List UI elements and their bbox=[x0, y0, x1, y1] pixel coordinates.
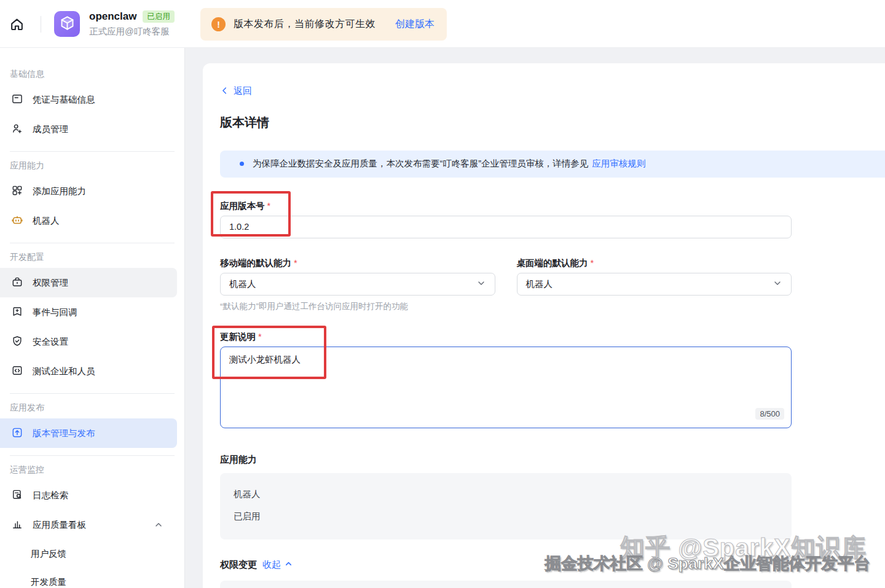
capability-hint: “默认能力”即用户通过工作台访问应用时打开的功能 bbox=[220, 301, 885, 312]
back-label: 返回 bbox=[234, 85, 252, 97]
sidebar-item-security[interactable]: 安全设置 bbox=[0, 327, 177, 356]
version-field-label: 应用版本号 * bbox=[220, 200, 792, 212]
sidebar-item-label: 权限管理 bbox=[33, 277, 68, 289]
grid-add-icon bbox=[11, 184, 23, 198]
chevron-up-icon bbox=[154, 520, 163, 530]
required-asterisk: * bbox=[258, 331, 262, 343]
update-notes-textarea[interactable]: 测试小龙虾机器人 bbox=[220, 347, 792, 428]
desktop-capability-select[interactable]: 机器人 bbox=[517, 273, 792, 296]
notes-field-label: 更新说明 * bbox=[220, 331, 792, 343]
version-detail-card: 返回 版本详情 为保障企业数据安全及应用质量，本次发布需要“叮咚客服”企业管理员… bbox=[203, 63, 885, 588]
review-rules-link[interactable]: 应用审核规则 bbox=[592, 158, 645, 170]
top-header: openclaw 已启用 正式应用@叮咚客服 ! 版本发布后，当前修改方可生效 … bbox=[0, 0, 885, 48]
notes-label-text: 更新说明 bbox=[220, 331, 256, 343]
app-identity: openclaw 已启用 bbox=[89, 10, 175, 23]
sidebar-item-log-search[interactable]: 日志检索 bbox=[0, 480, 177, 510]
capability-name: 机器人 bbox=[234, 488, 778, 500]
mobile-capability-col: 移动端的默认能力 * 机器人 bbox=[220, 257, 495, 296]
header-divider bbox=[41, 16, 41, 33]
id-card-icon bbox=[11, 93, 23, 107]
sidebar-item-label: 机器人 bbox=[33, 215, 60, 227]
capability-card: 机器人 已启用 bbox=[220, 473, 792, 539]
create-version-link[interactable]: 创建版本 bbox=[395, 18, 435, 31]
warning-message: 版本发布后，当前修改方可生效 bbox=[234, 18, 376, 31]
robot-icon bbox=[11, 214, 23, 228]
sidebar-section-dev-config: 开发配置 bbox=[10, 251, 175, 263]
permission-change-row: 权限变更 收起 bbox=[220, 559, 885, 571]
sidebar-section-release: 应用发布 bbox=[10, 401, 175, 414]
sidebar-item-label: 安全设置 bbox=[33, 336, 68, 348]
required-asterisk: * bbox=[294, 257, 297, 269]
review-notice-banner: 为保障企业数据安全及应用质量，本次发布需要“叮咚客服”企业管理员审核，详情参见 … bbox=[220, 151, 885, 178]
sidebar-section-capabilities: 应用能力 bbox=[10, 159, 175, 171]
sidebar: 基础信息 凭证与基础信息 成员管理 应用能力 bbox=[0, 48, 185, 588]
desktop-label-text: 桌面端的默认能力 bbox=[517, 257, 588, 269]
shield-check-icon bbox=[11, 335, 23, 349]
desktop-capability-col: 桌面端的默认能力 * 机器人 bbox=[517, 257, 792, 296]
mobile-capability-value: 机器人 bbox=[229, 278, 256, 290]
version-input[interactable] bbox=[220, 216, 792, 238]
sidebar-item-events-callbacks[interactable]: 事件与回调 bbox=[0, 297, 177, 327]
home-button[interactable] bbox=[8, 17, 25, 34]
chevron-left-icon bbox=[220, 86, 229, 97]
required-asterisk: * bbox=[267, 200, 271, 212]
char-counter: 8/500 bbox=[755, 408, 784, 420]
notes-textarea-wrap: 测试小龙虾机器人 8/500 bbox=[220, 347, 792, 428]
person-add-icon bbox=[11, 122, 23, 136]
sidebar-subitem-dev-quality[interactable]: 开发质量 bbox=[0, 568, 184, 588]
desktop-capability-value: 机器人 bbox=[526, 278, 553, 290]
app-name: openclaw bbox=[89, 10, 136, 23]
sidebar-item-label: 版本管理与发布 bbox=[33, 428, 95, 439]
sidebar-divider bbox=[10, 393, 175, 394]
sidebar-item-test-org[interactable]: 测试企业和人员 bbox=[0, 356, 177, 386]
sidebar-item-bot[interactable]: 机器人 bbox=[0, 206, 177, 235]
page-title: 版本详情 bbox=[220, 114, 885, 131]
permission-card-partial bbox=[220, 581, 792, 588]
home-icon bbox=[9, 17, 25, 34]
sidebar-item-label: 事件与回调 bbox=[33, 307, 77, 318]
sidebar-subitem-user-feedback[interactable]: 用户反馈 bbox=[0, 539, 184, 568]
sidebar-item-label: 成员管理 bbox=[33, 123, 68, 135]
version-label-text: 应用版本号 bbox=[220, 200, 265, 212]
sidebar-divider bbox=[10, 243, 175, 243]
sidebar-item-add-capability[interactable]: 添加应用能力 bbox=[0, 176, 177, 206]
sidebar-item-label: 添加应用能力 bbox=[33, 186, 86, 197]
collapse-label: 收起 bbox=[262, 559, 281, 571]
bag-lock-icon bbox=[11, 276, 23, 290]
sidebar-item-label: 用户反馈 bbox=[31, 548, 66, 560]
sidebar-item-quality-dashboard[interactable]: 应用质量看板 bbox=[0, 510, 177, 539]
notice-text: 为保障企业数据安全及应用质量，本次发布需要“叮咚客服”企业管理员审核，详情参见 bbox=[253, 158, 588, 170]
sidebar-item-version-management[interactable]: 版本管理与发布 bbox=[0, 418, 177, 448]
sidebar-item-label: 凭证与基础信息 bbox=[33, 94, 95, 106]
warning-icon: ! bbox=[211, 17, 226, 31]
chevron-down-icon bbox=[476, 278, 486, 290]
status-badge: 已启用 bbox=[143, 10, 175, 23]
sidebar-divider bbox=[10, 151, 175, 152]
mobile-label-text: 移动端的默认能力 bbox=[220, 257, 291, 269]
required-asterisk: * bbox=[591, 257, 594, 269]
developer-console: openclaw 已启用 正式应用@叮咚客服 ! 版本发布后，当前修改方可生效 … bbox=[0, 0, 885, 588]
sidebar-item-label: 测试企业和人员 bbox=[33, 366, 95, 377]
cube-icon bbox=[59, 15, 76, 34]
back-link[interactable]: 返回 bbox=[220, 85, 252, 97]
sidebar-section-basic-info: 基础信息 bbox=[10, 68, 175, 80]
content-area: 返回 版本详情 为保障企业数据安全及应用质量，本次发布需要“叮咚客服”企业管理员… bbox=[185, 48, 885, 588]
sidebar-item-label: 开发质量 bbox=[31, 576, 66, 588]
capability-status: 已启用 bbox=[234, 511, 778, 522]
sidebar-section-monitoring: 运营监控 bbox=[10, 463, 175, 476]
sidebar-item-permissions[interactable]: 权限管理 bbox=[0, 268, 177, 297]
capability-section-title: 应用能力 bbox=[220, 454, 885, 466]
sidebar-item-label: 应用质量看板 bbox=[33, 519, 86, 531]
app-logo bbox=[54, 11, 80, 37]
version-warning-banner: ! 版本发布后，当前修改方可生效 创建版本 bbox=[200, 8, 447, 41]
sidebar-item-members[interactable]: 成员管理 bbox=[0, 114, 177, 144]
code-square-icon bbox=[11, 364, 23, 378]
sidebar-item-credentials[interactable]: 凭证与基础信息 bbox=[0, 85, 177, 114]
default-capability-row: 移动端的默认能力 * 机器人 桌面端的默认能力 bbox=[220, 257, 792, 296]
upload-icon bbox=[11, 426, 23, 441]
collapse-link[interactable]: 收起 bbox=[262, 559, 293, 571]
bullet-dot-icon bbox=[240, 162, 244, 166]
chevron-up-icon bbox=[284, 559, 293, 570]
mobile-capability-select[interactable]: 机器人 bbox=[220, 273, 495, 296]
permission-change-title: 权限变更 bbox=[220, 559, 257, 571]
